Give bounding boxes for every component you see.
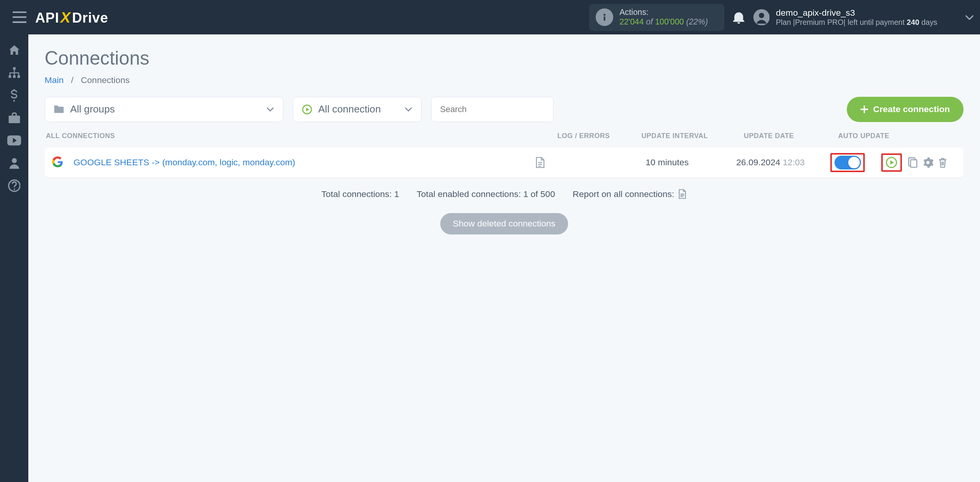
page-title: Connections <box>45 47 964 69</box>
youtube-icon[interactable] <box>7 134 21 147</box>
groups-select[interactable]: All groups <box>45 97 284 122</box>
svg-rect-6 <box>13 75 16 78</box>
actions-used: 22'044 <box>619 17 644 26</box>
svg-rect-15 <box>911 160 917 168</box>
actions-counter[interactable]: Actions: 22'044 of 100'000 (22%) <box>589 4 724 31</box>
highlight-play <box>881 153 902 171</box>
summary-row: Total connections: 1 Total enabled conne… <box>45 189 964 199</box>
svg-rect-4 <box>13 67 16 70</box>
copy-icon[interactable] <box>908 157 918 168</box>
svg-rect-5 <box>8 75 11 78</box>
logo-part-drive: Drive <box>72 10 108 26</box>
svg-point-0 <box>603 14 605 16</box>
google-icon <box>52 156 65 169</box>
search-input[interactable] <box>431 97 554 122</box>
logo-part-api: API <box>35 10 59 26</box>
filters-row: All groups All connection Create connect… <box>45 97 964 122</box>
user-icon[interactable] <box>7 156 21 170</box>
summary-report-label: Report on all connections: <box>573 189 675 199</box>
svg-point-3 <box>759 13 764 18</box>
svg-point-12 <box>13 189 15 190</box>
info-icon <box>596 8 613 26</box>
help-icon[interactable] <box>7 179 21 193</box>
svg-rect-8 <box>8 116 20 123</box>
svg-rect-1 <box>604 16 605 21</box>
actions-label: Actions: <box>619 8 708 18</box>
log-file-icon[interactable] <box>535 157 617 168</box>
groups-select-label: All groups <box>70 103 115 115</box>
summary-enabled: Total enabled connections: 1 of 500 <box>417 189 555 199</box>
actions-limit: 100'000 <box>655 17 684 26</box>
row-date: 26.09.2024 12:03 <box>717 157 830 168</box>
th-name: ALL CONNECTIONS <box>45 132 543 140</box>
th-interval: UPDATE INTERVAL <box>624 132 725 140</box>
sitemap-icon[interactable] <box>7 66 21 80</box>
actions-text: Actions: 22'044 of 100'000 (22%) <box>619 8 708 27</box>
summary-total: Total connections: 1 <box>322 189 399 199</box>
breadcrumb-current: Connections <box>81 75 130 85</box>
actions-of: of <box>646 17 655 26</box>
table-row: GOOGLE SHEETS -> (monday.com, logic, mon… <box>45 148 964 178</box>
row-interval: 10 minutes <box>617 157 718 168</box>
briefcase-icon[interactable] <box>7 111 21 125</box>
folder-icon <box>54 105 64 114</box>
th-log: LOG / ERRORS <box>543 132 624 140</box>
bell-icon[interactable] <box>733 11 745 24</box>
gear-icon[interactable] <box>923 157 933 168</box>
svg-rect-7 <box>17 75 20 78</box>
breadcrumb-main[interactable]: Main <box>45 75 64 85</box>
chevron-down-icon[interactable] <box>965 15 974 20</box>
create-connection-label: Create connection <box>873 104 950 114</box>
home-icon[interactable] <box>7 43 21 57</box>
status-select-label: All connection <box>318 103 381 115</box>
user-name: demo_apix-drive_s3 <box>776 8 938 18</box>
dollar-icon[interactable] <box>7 88 21 102</box>
user-plan: Plan |Premium PRO| left until payment 24… <box>776 18 938 27</box>
status-select[interactable]: All connection <box>293 97 421 122</box>
run-now-button[interactable] <box>885 156 898 169</box>
table-header: ALL CONNECTIONS LOG / ERRORS UPDATE INTE… <box>45 122 964 148</box>
logo-part-x: X <box>60 9 71 26</box>
create-connection-button[interactable]: Create connection <box>847 97 964 122</box>
user-avatar-icon <box>753 9 770 26</box>
sidebar <box>0 34 28 482</box>
svg-point-10 <box>11 158 16 163</box>
hamburger-menu-icon[interactable] <box>13 11 28 23</box>
breadcrumb: Main / Connections <box>45 75 964 85</box>
th-date: UPDATE DATE <box>725 132 838 140</box>
trash-icon[interactable] <box>938 157 947 168</box>
play-circle-icon <box>302 104 312 114</box>
logo[interactable]: API X Drive <box>35 9 108 26</box>
chevron-down-icon <box>405 107 412 111</box>
chevron-down-icon <box>266 107 274 111</box>
user-menu[interactable]: demo_apix-drive_s3 Plan |Premium PRO| le… <box>753 8 956 27</box>
topbar: API X Drive Actions: 22'044 of 100'000 (… <box>0 0 980 34</box>
auto-update-toggle[interactable] <box>835 156 861 169</box>
show-deleted-button[interactable]: Show deleted connections <box>440 213 568 234</box>
main-content: Connections Main / Connections All group… <box>28 34 980 482</box>
report-file-icon[interactable] <box>678 189 687 199</box>
actions-percent: (22%) <box>686 17 708 26</box>
plus-icon <box>861 106 868 113</box>
connection-name-link[interactable]: GOOGLE SHEETS -> (monday.com, logic, mon… <box>74 157 295 168</box>
th-auto: AUTO UPDATE <box>838 132 964 140</box>
highlight-toggle <box>830 153 865 173</box>
